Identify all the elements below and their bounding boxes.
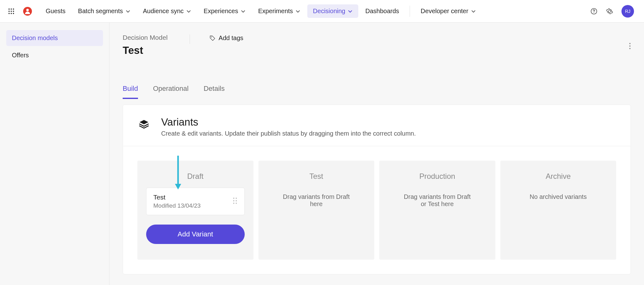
svg-point-6 — [8, 13, 10, 14]
nav-item-audience-sync[interactable]: Audience sync — [137, 4, 197, 18]
svg-point-20 — [233, 200, 234, 201]
page-header-left: Decision Model Test Add tags — [123, 34, 243, 56]
tabs: Build Operational Details — [123, 85, 631, 99]
avatar-initials: RJ — [625, 9, 630, 14]
drag-handle-icon[interactable] — [233, 197, 238, 206]
sidebar-item-offers[interactable]: Offers — [6, 47, 103, 63]
add-tags-label: Add tags — [219, 34, 243, 42]
column-test[interactable]: Test Drag variants from Draft here — [258, 161, 375, 260]
svg-point-21 — [236, 200, 237, 201]
tab-label: Build — [123, 85, 138, 92]
tab-operational[interactable]: Operational — [153, 85, 189, 99]
nav-item-batch-segments[interactable]: Batch segments — [72, 4, 136, 18]
svg-point-13 — [211, 37, 212, 38]
tab-details[interactable]: Details — [204, 85, 225, 99]
svg-point-12 — [594, 12, 594, 13]
variant-name: Test — [153, 194, 201, 201]
nav-item-label: Experiments — [258, 8, 293, 15]
column-empty-text: Drag variants from Draft or Test here — [401, 193, 473, 208]
svg-point-1 — [11, 8, 12, 10]
svg-point-14 — [629, 43, 631, 44]
nav-divider — [410, 6, 410, 17]
nav-item-label: Batch segments — [78, 8, 123, 15]
svg-point-4 — [11, 11, 12, 12]
panel-title: Variants — [161, 116, 416, 128]
svg-point-15 — [629, 45, 631, 47]
nav-item-experiences[interactable]: Experiences — [198, 4, 251, 18]
svg-point-8 — [13, 13, 14, 14]
svg-point-0 — [8, 8, 10, 10]
chevron-down-icon — [471, 9, 476, 14]
column-production[interactable]: Production Drag variants from Draft or T… — [379, 161, 495, 260]
variant-columns: Draft Test Modified 13/04/23 Add Variant — [123, 146, 631, 274]
nav-item-label: Dashboards — [365, 8, 399, 15]
nav-item-decisioning[interactable]: Decisioning — [307, 4, 358, 18]
variant-card[interactable]: Test Modified 13/04/23 — [146, 188, 245, 215]
nav-item-developer-center[interactable]: Developer center — [415, 4, 481, 18]
nav-item-label: Guests — [46, 8, 65, 15]
svg-point-5 — [13, 11, 14, 12]
more-options-icon[interactable] — [629, 43, 631, 51]
tab-label: Operational — [153, 85, 189, 92]
sidebar-item-decision-models[interactable]: Decision models — [6, 30, 103, 46]
nav-items: Guests Batch segments Audience sync Expe… — [40, 4, 482, 18]
column-archive[interactable]: Archive No archived variants — [500, 161, 616, 260]
column-title: Production — [419, 172, 455, 181]
panel-subtitle: Create & edit variants. Update their pub… — [161, 130, 416, 137]
nav-item-guests[interactable]: Guests — [40, 4, 71, 18]
svg-point-2 — [13, 8, 14, 10]
nav-item-label: Experiences — [204, 8, 238, 15]
tag-icon — [209, 35, 216, 41]
chevron-down-icon — [295, 9, 300, 14]
svg-point-3 — [8, 11, 10, 12]
gear-icon[interactable] — [606, 8, 613, 15]
column-title: Test — [309, 172, 323, 181]
chevron-down-icon — [186, 9, 191, 14]
add-variant-button[interactable]: Add Variant — [146, 225, 245, 244]
brand-logo-icon[interactable] — [23, 7, 32, 16]
nav-left — [8, 7, 38, 16]
nav-item-label: Developer center — [421, 8, 468, 15]
column-title: Archive — [546, 172, 571, 181]
column-empty-text: No archived variants — [530, 193, 587, 200]
svg-point-19 — [236, 198, 237, 199]
sidebar-item-label: Decision models — [12, 34, 58, 41]
body: Decision models Offers Decision Model Te… — [0, 23, 644, 285]
chevron-down-icon — [348, 9, 353, 14]
panel-header: Variants Create & edit variants. Update … — [123, 105, 631, 146]
sidebar: Decision models Offers — [0, 23, 110, 285]
nav-item-dashboards[interactable]: Dashboards — [360, 4, 405, 18]
variant-modified: Modified 13/04/23 — [153, 202, 201, 209]
svg-point-16 — [629, 48, 631, 49]
header-divider — [190, 34, 190, 44]
avatar[interactable]: RJ — [621, 5, 634, 18]
add-tags-button[interactable]: Add tags — [209, 34, 243, 42]
svg-point-23 — [236, 203, 237, 204]
nav-item-label: Audience sync — [143, 8, 184, 15]
page-header: Decision Model Test Add tags — [123, 34, 631, 56]
layers-icon — [138, 118, 150, 130]
svg-point-10 — [26, 9, 29, 11]
svg-point-18 — [233, 198, 234, 199]
tab-build[interactable]: Build — [123, 85, 138, 99]
help-icon[interactable] — [590, 8, 598, 15]
variants-panel: Variants Create & edit variants. Update … — [123, 105, 631, 274]
page-title: Test — [123, 44, 168, 56]
sidebar-item-label: Offers — [12, 52, 29, 59]
chevron-down-icon — [125, 9, 130, 14]
breadcrumb: Decision Model — [123, 34, 168, 41]
apps-grid-icon[interactable] — [8, 8, 15, 15]
column-draft[interactable]: Draft Test Modified 13/04/23 Add Variant — [137, 161, 253, 260]
drop-arrow-icon — [174, 156, 182, 191]
svg-point-22 — [233, 203, 234, 204]
nav-right: RJ — [590, 5, 634, 18]
svg-point-7 — [11, 13, 12, 14]
tab-label: Details — [204, 85, 225, 92]
main-content: Decision Model Test Add tags Build Opera… — [110, 23, 644, 285]
top-nav: Guests Batch segments Audience sync Expe… — [0, 0, 644, 23]
column-empty-text: Drag variants from Draft here — [280, 193, 352, 208]
column-title: Draft — [146, 172, 245, 181]
nav-item-label: Decisioning — [313, 8, 345, 15]
add-variant-label: Add Variant — [178, 230, 213, 238]
nav-item-experiments[interactable]: Experiments — [253, 4, 306, 18]
